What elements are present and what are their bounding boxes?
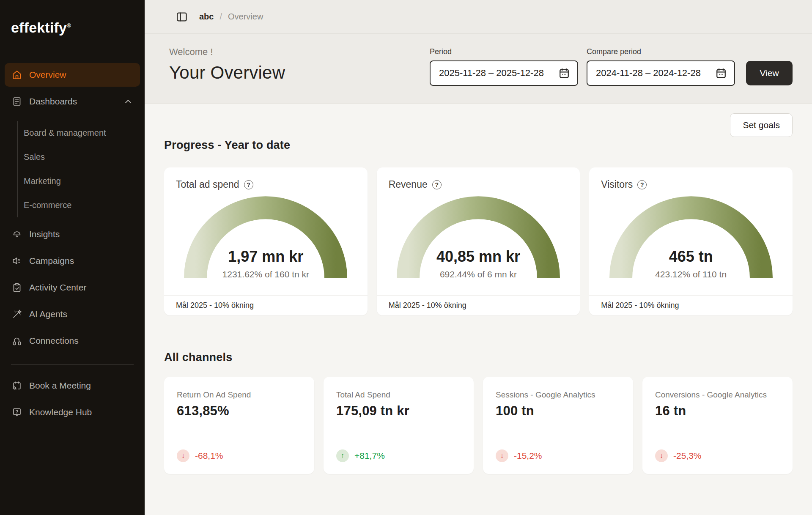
channel-card-total-ad-spend: Total Ad Spend175,09 tn kr↑+81,7% [324,377,474,474]
sidebar-item-dashboards[interactable]: Dashboards [5,90,140,113]
progress-card-total-ad-spend: Total ad spend?1,97 mn kr1231.62% of 160… [164,167,368,315]
period-field-group: Period 2025-11-28 – 2025-12-28 [430,47,578,86]
help-icon[interactable]: ? [637,180,647,189]
content-area: Set goals Progress - Year to date Total … [145,104,812,515]
channel-card-delta-value: -68,1% [195,451,223,461]
sidebar-item-campaigns[interactable]: Campaigns [5,249,140,273]
gauge-arc [397,196,560,281]
gauge-subtext: 1231.62% of 160 tn kr [184,269,347,279]
gauge-arc [184,196,347,281]
channel-card-value: 16 tn [655,403,780,419]
channel-cards: Return On Ad Spend613,85%↓-68,1%Total Ad… [164,377,793,474]
sidebar-subitem-board-management[interactable]: Board & management [24,121,140,145]
sidebar-subitem-e-commerce[interactable]: E-commerce [24,193,140,217]
panel-toggle-icon [176,11,188,23]
channel-card-label: Sessions - Google Analytics [496,390,620,400]
sidebar-subitem-sales[interactable]: Sales [24,145,140,169]
gauge-value: 40,85 mn kr [397,248,560,266]
breadcrumb-root[interactable]: abc [199,12,214,22]
breadcrumb: abc / Overview [199,12,263,22]
progress-card-title: Total ad spend [176,179,239,190]
view-button[interactable]: View [746,61,793,85]
sidebar-item-label: Knowledge Hub [29,407,133,417]
sidebar-item-knowledge-hub[interactable]: Knowledge Hub [5,400,140,424]
main-column: abc / Overview Welcome ! Your Overview P… [145,0,812,515]
channel-card-value: 175,09 tn kr [336,403,461,419]
sidebar-item-book-a-meeting[interactable]: Book a Meeting [5,374,140,397]
sidebar-sublist: Board & managementSalesMarketingE-commer… [17,121,140,217]
progress-card-header: Visitors? [589,167,793,190]
welcome-text: Welcome ! [169,47,285,58]
sidebar-divider [11,364,134,365]
compare-period-label: Compare period [587,47,735,56]
progress-card-header: Total ad spend? [164,167,368,190]
breadcrumb-separator: / [219,12,222,22]
gauge-arc [609,196,773,281]
brand-logo: effektify® [0,0,145,36]
sidebar-secondary-nav: Book a MeetingKnowledge Hub [0,374,145,427]
channel-card-conversions-google-analytics: Conversions - Google Analytics16 tn↓-25,… [642,377,793,474]
progress-card-title: Visitors [601,179,633,190]
sidebar-item-ai-agents[interactable]: AI Agents [5,302,140,326]
gauge-value: 465 tn [609,248,773,266]
sidebar-item-activity-center[interactable]: Activity Center [5,276,140,299]
hero-titles: Welcome ! Your Overview [169,47,285,86]
channel-card-return-on-ad-spend: Return On Ad Spend613,85%↓-68,1% [164,377,314,474]
sidebar-item-label: Insights [29,229,133,239]
sidebar: effektify® OverviewDashboardsBoard & man… [0,0,145,515]
book-meeting-icon [12,381,22,391]
brand-name: effektify [11,19,67,36]
compare-period-input[interactable]: 2024-11-28 – 2024-12-28 [587,60,735,86]
gauge: 1,97 mn kr1231.62% of 160 tn kr [184,196,347,281]
channel-card-label: Conversions - Google Analytics [655,390,780,400]
progress-cards: Total ad spend?1,97 mn kr1231.62% of 160… [164,167,793,315]
ai-agents-icon [12,309,22,319]
sidebar-item-label: AI Agents [29,309,133,319]
channel-card-delta: ↓-25,3% [655,449,780,462]
set-goals-button[interactable]: Set goals [730,113,793,137]
channel-card-value: 613,85% [177,403,302,419]
channel-card-delta: ↑+81,7% [336,449,461,462]
home-icon [12,70,22,80]
goals-row: Set goals [164,113,793,137]
progress-card-revenue: Revenue?40,85 mn kr692.44% of 6 mn krMål… [377,167,580,315]
progress-card-footer: Mål 2025 - 10% ökning [589,295,793,315]
period-input[interactable]: 2025-11-28 – 2025-12-28 [430,60,578,86]
channel-card-label: Total Ad Spend [336,390,461,400]
arrow-down-icon: ↓ [496,449,508,462]
topbar: abc / Overview [145,0,812,34]
sidebar-item-connections[interactable]: Connections [5,329,140,353]
chevron-up-icon[interactable] [123,96,133,107]
gauge-value: 1,97 mn kr [184,248,347,266]
progress-card-title: Revenue [389,179,428,190]
help-icon[interactable]: ? [244,180,253,189]
period-label: Period [430,47,578,56]
help-icon[interactable]: ? [432,180,442,189]
compare-field-group: Compare period 2024-11-28 – 2024-12-28 [587,47,735,86]
period-controls: Period 2025-11-28 – 2025-12-28 Compare p… [430,47,793,86]
arrow-down-icon: ↓ [655,449,668,462]
campaigns-icon [12,256,22,266]
registered-mark: ® [67,22,71,29]
gauge: 465 tn423.12% of 110 tn [609,196,773,281]
sidebar-item-insights[interactable]: Insights [5,222,140,246]
channel-card-delta-value: +81,7% [354,451,385,461]
sidebar-nav: OverviewDashboardsBoard & managementSale… [0,63,145,356]
sidebar-toggle-button[interactable] [176,11,188,23]
calendar-icon [716,68,727,79]
gauge: 40,85 mn kr692.44% of 6 mn kr [397,196,560,281]
period-value: 2025-11-28 – 2025-12-28 [439,68,544,79]
channel-card-sessions-google-analytics: Sessions - Google Analytics100 tn↓-15,2% [483,377,633,474]
progress-card-header: Revenue? [377,167,580,190]
progress-card-footer: Mål 2025 - 10% ökning [377,295,580,315]
connections-icon [12,336,22,346]
gauge-subtext: 423.12% of 110 tn [609,269,773,279]
sidebar-item-label: Campaigns [29,256,133,266]
sidebar-item-overview[interactable]: Overview [5,63,140,87]
compare-period-value: 2024-11-28 – 2024-12-28 [596,68,701,79]
insights-icon [12,229,22,239]
sidebar-item-label: Connections [29,336,133,346]
sidebar-subitem-marketing[interactable]: Marketing [24,169,140,193]
sidebar-item-label: Dashboards [29,96,116,107]
channel-card-delta: ↓-68,1% [177,449,302,462]
